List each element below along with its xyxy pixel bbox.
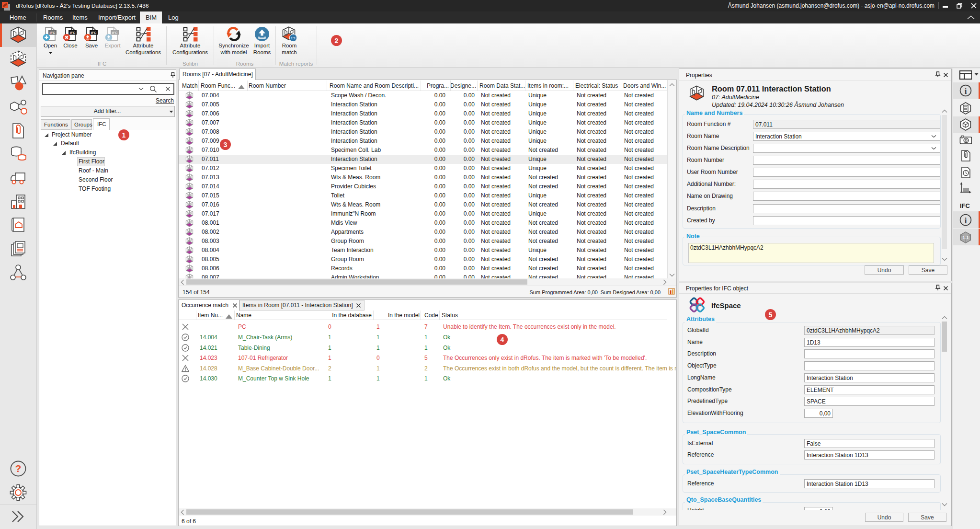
svg-text:?: ? bbox=[15, 463, 22, 474]
svg-text:IFC: IFC bbox=[91, 31, 97, 35]
svg-text:i: i bbox=[965, 216, 967, 225]
svg-text:IFC: IFC bbox=[69, 31, 76, 35]
svg-text:i: i bbox=[965, 87, 967, 96]
svg-text:IFC: IFC bbox=[112, 31, 118, 35]
svg-text:1:1: 1:1 bbox=[963, 235, 969, 240]
svg-text:IFC: IFC bbox=[49, 31, 56, 35]
svg-text:1:1: 1:1 bbox=[291, 36, 296, 40]
